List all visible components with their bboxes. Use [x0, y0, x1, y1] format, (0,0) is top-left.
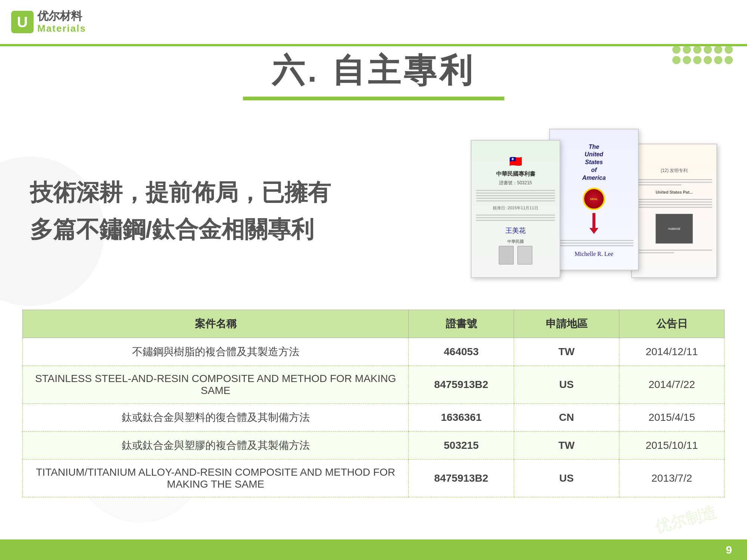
table-header-cert: 證書號 — [409, 310, 514, 338]
upper-section: 技術深耕，提前佈局，已擁有 多篇不鏽鋼/鈦合金相關專利 🇹🇼 中華民國專利書 證… — [0, 108, 747, 302]
cell-cert: 1636361 — [409, 404, 514, 432]
table-header-date: 公告日 — [619, 310, 725, 338]
description-line1: 技術深耕，提前佈局，已擁有 — [30, 174, 456, 211]
patent-images: 🇹🇼 中華民國專利書 證書號：503215 核准日: 2015年11月11日 王… — [471, 121, 725, 300]
us-seal: SEAL — [583, 188, 605, 210]
logo-english: Materials — [37, 23, 86, 34]
cell-name: STAINLESS STEEL-AND-RESIN COMPOSITE AND … — [23, 366, 409, 404]
page-number: 9 — [726, 544, 732, 556]
bottom-bar: 9 — [0, 539, 747, 560]
cell-region: CN — [514, 404, 619, 432]
patent-us: TheUnitedStatesofAmerica SEAL Michelle R… — [549, 129, 639, 270]
table-row: 不鏽鋼與樹脂的複合體及其製造方法464053TW2014/12/11 — [23, 338, 725, 366]
logo-chinese: 优尔材料 — [37, 9, 86, 23]
cell-cert: 464053 — [409, 338, 514, 366]
page-title: 六. 自主專利 — [0, 49, 747, 93]
logo-icon: U — [11, 11, 34, 33]
cell-date: 2015/4/15 — [619, 404, 725, 432]
table-row: 鈦或鈦合金與塑料的復合體及其制備方法1636361CN2015/4/15 — [23, 404, 725, 432]
cell-region: US — [514, 366, 619, 404]
cell-name: 鈦或鈦合金與塑料的復合體及其制備方法 — [23, 404, 409, 432]
logo-area: U 优尔材料 Materials — [11, 9, 86, 34]
tw-signature: 王美花 — [505, 226, 526, 235]
table-section: 案件名稱 證書號 申請地區 公告日 不鏽鋼與樹脂的複合體及其製造方法464053… — [0, 302, 747, 560]
cell-name: 不鏽鋼與樹脂的複合體及其製造方法 — [23, 338, 409, 366]
cell-date: 2014/12/11 — [619, 338, 725, 366]
table-row: STAINLESS STEEL-AND-RESIN COMPOSITE AND … — [23, 366, 725, 404]
main-description: 技術深耕，提前佈局，已擁有 多篇不鏽鋼/鈦合金相關專利 — [30, 174, 456, 248]
content-area: 技術深耕，提前佈局，已擁有 多篇不鏽鋼/鈦合金相關專利 🇹🇼 中華民國專利書 證… — [0, 108, 747, 560]
cell-cert: 8475913B2 — [409, 366, 514, 404]
cell-date: 2013/7/2 — [619, 460, 725, 497]
tw-patent-title: 中華民國專利書 — [493, 169, 538, 179]
cell-date: 2014/7/22 — [619, 366, 725, 404]
cell-name: 鈦或鈦合金與塑膠的複合體及其製備方法 — [23, 432, 409, 460]
cell-region: US — [514, 460, 619, 497]
us-ribbon — [589, 213, 598, 234]
title-section: 六. 自主專利 — [0, 49, 747, 100]
patent-table: 案件名稱 證書號 申請地區 公告日 不鏽鋼與樹脂的複合體及其製造方法464053… — [22, 310, 725, 497]
cell-name: TITANIUM/TITANIUM ALLOY-AND-RESIN COMPOS… — [23, 460, 409, 497]
cell-cert: 503215 — [409, 432, 514, 460]
table-header-region: 申請地區 — [514, 310, 619, 338]
description-line2: 多篇不鏽鋼/鈦合金相關專利 — [30, 211, 456, 248]
cell-region: TW — [514, 432, 619, 460]
cell-cert: 8475913B2 — [409, 460, 514, 497]
patent-tw: 🇹🇼 中華民國專利書 證書號：503215 核准日: 2015年11月11日 王… — [471, 140, 560, 278]
title-underbar — [243, 97, 504, 100]
cell-date: 2015/10/11 — [619, 432, 725, 460]
table-row: TITANIUM/TITANIUM ALLOY-AND-RESIN COMPOS… — [23, 460, 725, 497]
patent-cn: (12) 发明专利 United States Pat... material — [631, 144, 717, 278]
tw-flag: 🇹🇼 — [509, 155, 522, 168]
logo-text: 优尔材料 Materials — [37, 9, 86, 34]
table-row: 鈦或鈦合金與塑膠的複合體及其製備方法503215TW2015/10/11 — [23, 432, 725, 460]
svg-text:U: U — [17, 14, 28, 30]
cell-region: TW — [514, 338, 619, 366]
header: U 优尔材料 Materials — [0, 0, 747, 46]
table-header-name: 案件名稱 — [23, 310, 409, 338]
